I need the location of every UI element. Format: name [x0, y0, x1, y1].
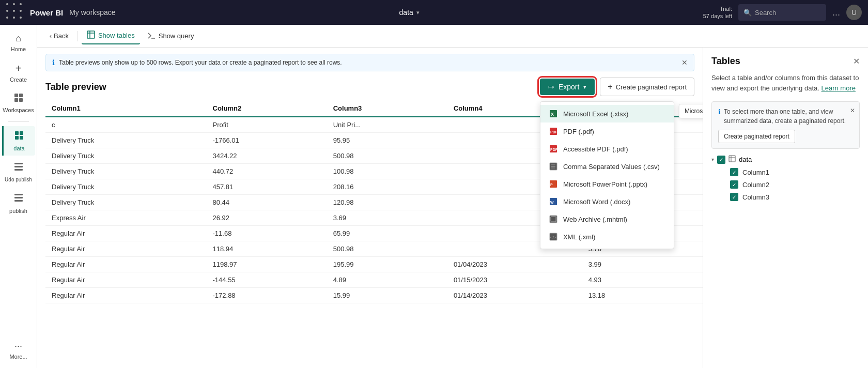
table-cell: 4.89 — [327, 272, 447, 288]
avatar[interactable]: U — [846, 5, 862, 20]
table-icon — [87, 30, 95, 40]
export-icon: ↦ — [548, 83, 554, 91]
search-icon: 🔍 — [743, 9, 752, 17]
export-option-docx[interactable]: W Microsoft Word (.docx) — [540, 193, 674, 210]
table-cell: Regular Air — [45, 272, 207, 288]
table-cell: 15.99 — [327, 288, 447, 303]
publish1-icon — [13, 162, 24, 175]
info-banner-close-icon[interactable]: ✕ — [681, 58, 688, 67]
svg-rect-36 — [729, 156, 735, 162]
docx-option-label: Microsoft Word (.docx) — [563, 198, 631, 206]
info-box-text: To select more than one table, and view … — [724, 107, 853, 126]
export-option-excel[interactable]: X Microsoft Excel (.xlsx) Microsoft Exce… — [540, 105, 674, 122]
column-name-label: Column1 — [742, 168, 769, 176]
create-paginated-report-button[interactable]: + Create paginated report — [600, 78, 694, 96]
column-checkbox[interactable]: ✓ — [730, 168, 738, 176]
table-cell: 95.95 — [327, 133, 447, 148]
show-query-button[interactable]: Show query — [142, 28, 199, 44]
export-option-xml[interactable]: </> XML (.xml) — [540, 228, 674, 246]
pptx-icon: P — [549, 179, 558, 189]
show-tables-button[interactable]: Show tables — [82, 27, 140, 44]
svg-text:W: W — [550, 201, 554, 204]
info-box-close-icon[interactable]: ✕ — [850, 106, 855, 115]
table-selector-header: ▾ ✓ data — [711, 155, 860, 164]
sidebar-item-workspaces[interactable]: Workspaces — [2, 89, 35, 117]
learn-more-link[interactable]: Learn more — [821, 84, 855, 92]
show-query-label: Show query — [159, 32, 194, 40]
table-checkbox[interactable]: ✓ — [717, 156, 725, 164]
data-icon — [14, 130, 24, 143]
info-banner: ℹ Table previews only show up to 500 row… — [45, 54, 694, 71]
svg-rect-10 — [14, 169, 23, 171]
export-option-mhtml[interactable]: Web Archive (.mhtml) — [540, 210, 674, 228]
export-option-csv[interactable]: Comma Separated Values (.csv) — [540, 158, 674, 175]
export-label: Export — [559, 83, 579, 91]
col-header-3: Column3 — [327, 100, 447, 117]
dataset-chevron-icon[interactable]: ▾ — [416, 9, 420, 16]
table-cell: 01/15/2023 — [447, 272, 582, 288]
table-cell: -1766.01 — [207, 133, 327, 148]
svg-rect-7 — [20, 136, 23, 140]
excel-tooltip: Microsoft Excel (.xlsx) — [679, 104, 703, 118]
table-cell: 500.98 — [327, 148, 447, 164]
table-cell: 3424.22 — [207, 148, 327, 164]
sidebar-item-publish2[interactable]: publish — [2, 189, 35, 218]
export-button[interactable]: ↦ Export ▾ — [540, 79, 595, 95]
back-button[interactable]: ‹ Back — [45, 29, 73, 43]
create-paginated-report-btn-panel[interactable]: Create paginated report — [718, 130, 795, 143]
sidebar-item-create[interactable]: + Create — [2, 58, 35, 87]
csv-option-label: Comma Separated Values (.csv) — [563, 163, 660, 171]
right-panel-close-icon[interactable]: ✕ — [853, 56, 860, 66]
table-cell: 13.18 — [582, 288, 703, 303]
table-cell: 1198.97 — [207, 257, 327, 272]
column-checkbox[interactable]: ✓ — [730, 193, 738, 201]
table-cell: Regular Air — [45, 241, 207, 257]
sidebar-item-label: Udo publish — [5, 177, 32, 182]
table-cell: 4.93 — [582, 272, 703, 288]
info-box-icon: ℹ — [718, 107, 721, 117]
sidebar-item-data[interactable]: data — [2, 126, 35, 156]
table-collapse-icon[interactable]: ▾ — [711, 157, 714, 162]
svg-rect-8 — [14, 166, 23, 167]
secondary-toolbar: ‹ Back Show tables Show query — [37, 25, 868, 48]
export-option-accessible-pdf[interactable]: PDF Accessible PDF (.pdf) — [540, 140, 674, 158]
export-chevron-icon: ▾ — [583, 84, 586, 90]
create-icon: + — [16, 63, 22, 74]
table-cell: Delivery Truck — [45, 179, 207, 195]
sidebar-item-publish1[interactable]: Udo publish — [2, 158, 35, 187]
pdf-option-label: PDF (.pdf) — [563, 128, 594, 135]
export-option-pptx[interactable]: P Microsoft PowerPoint (.pptx) — [540, 175, 674, 193]
export-dropdown: X Microsoft Excel (.xlsx) Microsoft Exce… — [540, 101, 674, 249]
sidebar-item-more[interactable]: ··· More... — [2, 336, 35, 364]
table-row: Regular Air-172.8815.9901/14/202313.18 — [45, 288, 703, 303]
docx-icon: W — [549, 197, 558, 206]
back-label: Back — [54, 32, 69, 40]
table-actions: ↦ Export ▾ X Microsoft Excel (.xlsx — [540, 78, 694, 96]
search-input[interactable] — [755, 9, 821, 17]
sidebar-item-home[interactable]: ⌂ Home — [2, 29, 35, 56]
svg-rect-11 — [14, 197, 23, 198]
column-name-label: Column2 — [742, 181, 769, 189]
create-report-label: Create paginated report — [616, 83, 687, 91]
more-options-icon[interactable]: ... — [832, 7, 840, 18]
table-cell: Delivery Truck — [45, 148, 207, 164]
apps-grid-icon[interactable] — [6, 3, 25, 22]
topbar-right: Trial: 57 days left 🔍 ... U — [703, 4, 862, 21]
svg-text:P: P — [550, 183, 553, 187]
svg-rect-12 — [14, 194, 23, 195]
app-logo: Power BI — [30, 8, 63, 17]
query-icon — [147, 31, 156, 41]
svg-text:PDF: PDF — [550, 148, 557, 151]
sidebar-item-label: publish — [9, 208, 27, 214]
export-option-pdf[interactable]: PDF PDF (.pdf) — [540, 122, 674, 140]
column-checkbox[interactable]: ✓ — [730, 180, 738, 189]
svg-rect-4 — [15, 131, 19, 135]
table-selector: ▾ ✓ data ✓ Column1 ✓ Column2 ✓ Column3 — [711, 155, 860, 201]
table-cell: Regular Air — [45, 257, 207, 272]
table-cell: Profit — [207, 117, 327, 133]
col-header-1: Column1 — [45, 100, 207, 117]
search-box[interactable]: 🔍 — [738, 4, 826, 21]
info-box-header: ℹ To select more than one table, and vie… — [718, 107, 853, 126]
column-item: ✓ Column1 — [730, 168, 860, 176]
svg-rect-9 — [14, 163, 23, 164]
